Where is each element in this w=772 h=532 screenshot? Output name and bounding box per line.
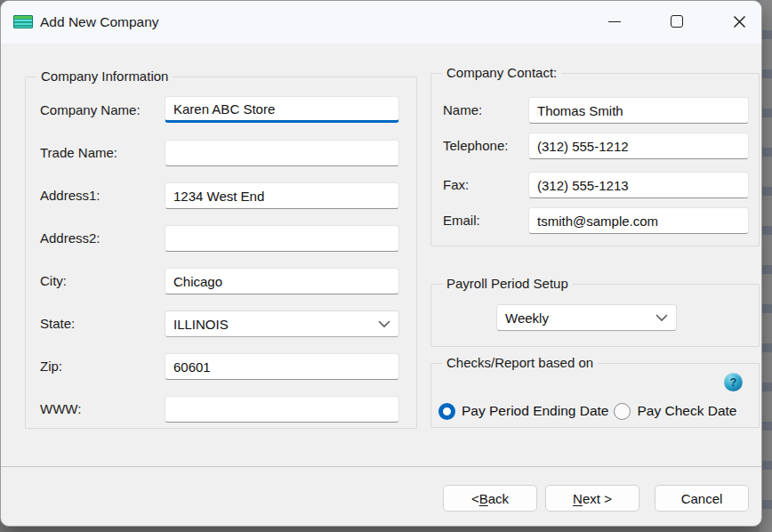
telephone-label: Telephone: [443,133,508,158]
state-combobox[interactable]: ILLINOIS [165,310,399,337]
group-title: Checks/Report based on [442,355,598,370]
radio-label: Pay Period Ending Date [462,403,608,419]
payroll-period-value: Weekly [505,310,655,326]
company-name-input[interactable] [165,96,399,123]
close-button[interactable] [719,4,760,38]
minimize-icon [608,21,621,22]
checks-radio-row: Pay Period Ending Date Pay Check Date [438,401,742,421]
state-value: ILLINOIS [173,317,378,332]
next-label-post: ext > [583,491,612,506]
zip-label: Zip: [40,354,62,379]
back-button[interactable]: < Back [443,485,537,512]
address2-input[interactable] [165,225,399,252]
cancel-label: Cancel [681,491,723,506]
contact-name-label: Name: [443,98,482,123]
help-globe-icon[interactable]: ? [724,373,743,391]
minimize-button[interactable] [594,4,635,38]
titlebar: Add New Company [1,1,761,44]
maximize-button[interactable] [656,4,697,38]
trade-name-label: Trade Name: [40,141,117,165]
address1-input[interactable] [165,182,399,209]
next-button[interactable]: Next > [545,485,639,512]
telephone-input[interactable] [528,133,749,159]
maximize-icon [671,15,683,28]
close-icon [733,15,746,28]
add-new-company-dialog: Add New Company Company Information Comp… [0,0,762,527]
group-title: Company Contact: [442,65,561,80]
email-input[interactable] [528,207,749,234]
address1-label: Address1: [40,183,101,208]
group-checks-report: Checks/Report based on ? Pay Period Endi… [430,363,760,428]
radio-label: Pay Check Date [637,403,736,419]
window-title: Add New Company [40,1,159,44]
zip-input[interactable] [165,353,399,380]
back-label-pre: < [471,491,479,506]
city-label: City: [40,269,67,294]
ledger-icon [13,15,33,28]
company-name-label: Company Name: [40,98,141,123]
group-title: Company Information [36,69,173,84]
www-input[interactable] [165,396,399,423]
chevron-down-icon [655,314,668,322]
back-label-post: ack [488,491,509,506]
back-label-accel: B [479,491,488,506]
radio-pay-period-ending-date[interactable] [438,403,455,420]
fax-input[interactable] [528,172,749,198]
next-label-accel: N [573,491,583,506]
city-input[interactable] [165,268,399,294]
state-label: State: [40,311,75,336]
www-label: WWW: [40,397,81,422]
payroll-period-combobox[interactable]: Weekly [496,304,677,331]
group-company-information: Company Information Company Name: Trade … [25,77,417,429]
email-label: Email: [443,208,480,233]
group-title: Payroll Period Setup [442,276,573,291]
contact-name-input[interactable] [528,97,749,124]
cancel-button[interactable]: Cancel [655,485,749,512]
group-payroll-period-setup: Payroll Period Setup Weekly [430,284,760,347]
group-company-contact: Company Contact: Name: Telephone: Fax: E… [430,73,760,246]
chevron-down-icon [378,320,390,328]
trade-name-input[interactable] [165,140,399,166]
footer-separator [1,466,762,467]
radio-pay-check-date[interactable] [614,403,631,420]
fax-label: Fax: [443,173,469,197]
address2-label: Address2: [40,226,101,251]
